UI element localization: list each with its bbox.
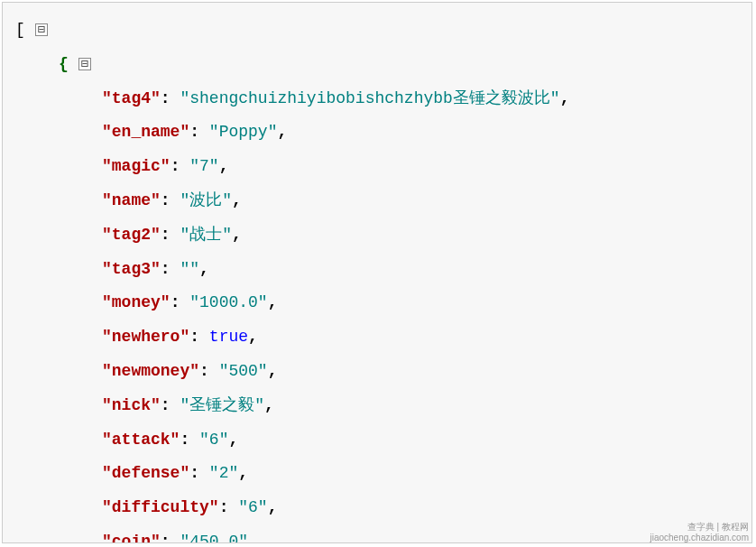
json-value: "7" [189, 157, 218, 175]
json-value: "波比" [180, 191, 232, 209]
json-property-row: "tag3": "", [15, 253, 742, 287]
colon: : [171, 157, 190, 175]
object-open-row: { ⊟ [15, 48, 742, 82]
json-key: "tag2" [102, 226, 161, 244]
watermark: 查字典 | 教程网 jiaocheng.chazidian.com [650, 522, 749, 543]
json-key: "defense" [102, 464, 189, 482]
json-value: "圣锤之毅" [180, 396, 264, 414]
json-key: "magic" [102, 157, 171, 175]
json-key: "newhero" [102, 328, 189, 346]
json-property-row: "money": "1000.0", [15, 286, 742, 320]
json-value: "450.0" [180, 533, 248, 543]
json-value: true [209, 328, 248, 346]
comma: , [248, 328, 258, 346]
colon: : [219, 498, 239, 516]
json-property-row: "en_name": "Poppy", [15, 116, 742, 150]
json-key: "name" [102, 191, 161, 209]
comma: , [228, 431, 238, 449]
json-value: "2" [209, 464, 238, 482]
json-value: "" [180, 260, 199, 278]
json-key: "en_name" [102, 123, 189, 141]
colon: : [180, 431, 199, 449]
comma: , [560, 89, 570, 107]
json-key: "money" [102, 293, 171, 311]
json-value: "Poppy" [209, 123, 278, 141]
comma: , [238, 464, 248, 482]
json-key: "tag3" [102, 260, 161, 278]
json-property-row: "newmoney": "500", [15, 355, 742, 389]
json-value: "战士" [180, 226, 232, 244]
colon: : [161, 191, 180, 209]
comma: , [232, 191, 242, 209]
json-property-row: "tag4": "shengchuizhiyibobishchzhybb圣锤之毅… [15, 82, 742, 116]
json-key: "nick" [102, 396, 161, 414]
object-open-brace: { [59, 55, 69, 73]
collapse-icon[interactable]: ⊟ [78, 58, 91, 70]
json-property-row: "defense": "2", [15, 457, 742, 491]
json-property-row: "magic": "7", [15, 150, 742, 184]
json-viewer: [ ⊟ { ⊟ "tag4": "shengchuizhiyibobishchz… [2, 2, 752, 543]
json-property-row: "name": "波比", [15, 184, 742, 218]
json-value: "6" [238, 498, 267, 516]
json-property-row: "nick": "圣锤之毅", [15, 389, 742, 423]
watermark-line: jiaocheng.chazidian.com [650, 533, 749, 543]
colon: : [189, 464, 209, 482]
colon: : [161, 533, 180, 543]
watermark-line: 查字典 | 教程网 [650, 522, 749, 533]
json-property-row: "difficulty": "6", [15, 491, 742, 525]
json-value: "500" [219, 362, 268, 380]
colon: : [189, 123, 209, 141]
colon: : [161, 396, 180, 414]
json-key: "difficulty" [102, 498, 219, 516]
json-key: "tag4" [102, 89, 161, 107]
json-key: "coin" [102, 533, 161, 543]
colon: : [161, 226, 180, 244]
comma: , [268, 362, 278, 380]
json-key: "newmoney" [102, 362, 199, 380]
comma: , [232, 226, 242, 244]
json-property-row: "attack": "6", [15, 423, 742, 458]
colon: : [171, 293, 190, 311]
comma: , [248, 533, 258, 543]
comma: , [264, 396, 274, 414]
json-property-row: "coin": "450.0", [15, 525, 742, 543]
colon: : [189, 328, 209, 346]
colon: : [161, 89, 180, 107]
colon: : [199, 362, 219, 380]
array-open-row: [ ⊟ [15, 14, 742, 48]
comma: , [277, 123, 287, 141]
comma: , [268, 293, 278, 311]
json-key: "attack" [102, 431, 180, 449]
array-open-bracket: [ [15, 21, 25, 39]
json-value: "1000.0" [189, 293, 267, 311]
comma: , [199, 260, 209, 278]
json-value: "6" [199, 431, 228, 449]
comma: , [219, 157, 229, 175]
json-property-row: "tag2": "战士", [15, 218, 742, 253]
collapse-icon[interactable]: ⊟ [35, 23, 48, 36]
json-value: "shengchuizhiyibobishchzhybb圣锤之毅波比" [180, 89, 559, 107]
comma: , [268, 498, 278, 516]
colon: : [161, 260, 180, 278]
json-property-row: "newhero": true, [15, 320, 742, 355]
